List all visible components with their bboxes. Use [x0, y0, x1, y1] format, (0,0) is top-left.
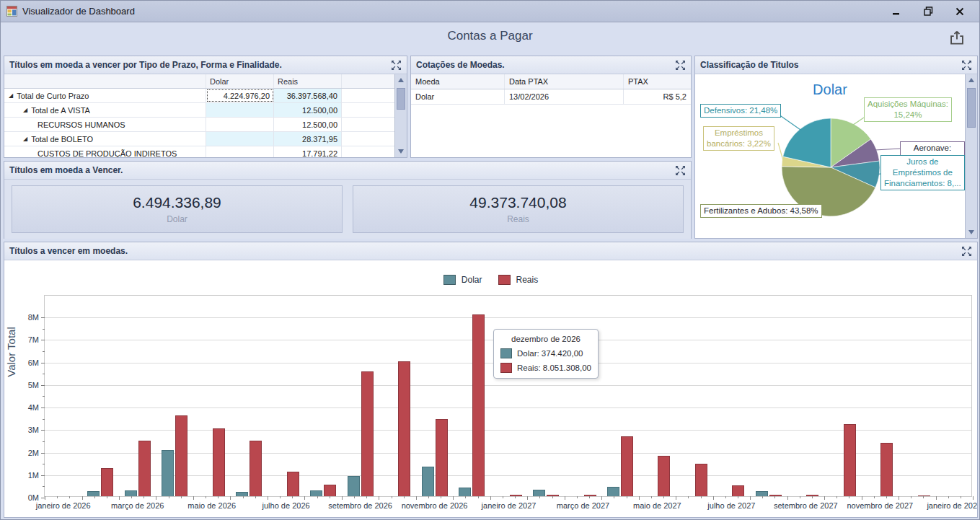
bar-reais-janeiro-de-2027[interactable] [510, 495, 522, 496]
bar-dolar-dezembro-de-2026[interactable] [459, 488, 471, 496]
column-header-ptax[interactable]: PTAX [624, 74, 691, 89]
maximize-icon[interactable] [675, 60, 686, 71]
bar-reais-agosto-de-2026[interactable] [324, 485, 336, 496]
y-axis-label: 5M [28, 381, 39, 389]
bar-reais-fevereiro-de-2027[interactable] [547, 495, 559, 496]
bar-reais-outubro-de-2027[interactable] [844, 424, 856, 496]
tree-column-header[interactable] [4, 74, 206, 88]
tree-table: Dolar Reais ◢Total de Curto Prazo4.224.9… [4, 74, 394, 157]
column-header-data-ptax[interactable]: Data PTAX [505, 74, 624, 89]
bar-reais-julho-de-2027[interactable] [732, 485, 744, 496]
bar-reais-agosto-de-2027[interactable] [769, 495, 782, 496]
scrollbar-thumb[interactable] [397, 88, 405, 110]
bar-reais-abril-de-2027[interactable] [621, 436, 633, 496]
cell-dolar[interactable] [206, 132, 274, 146]
bar-reais-dezembro-de-2026[interactable] [472, 314, 485, 496]
tree-table-scrollbar[interactable] [394, 74, 407, 157]
x-axis-tick [961, 496, 961, 498]
bar-reais-março-de-2026[interactable] [138, 441, 151, 496]
bar-dolar-junho-de-2026[interactable] [236, 492, 248, 496]
bar-dolar-fevereiro-de-2026[interactable] [87, 491, 100, 496]
x-axis-tick [899, 496, 899, 500]
x-axis-tick [577, 496, 578, 498]
tooltip-title: dezembro de 2026 [500, 335, 591, 343]
bar-reais-abril-de-2026[interactable] [175, 415, 187, 496]
bar-reais-maio-de-2026[interactable] [213, 428, 225, 496]
x-axis-tick [230, 496, 231, 500]
bar-reais-novembro-de-2027[interactable] [880, 443, 893, 496]
x-axis-label: março de 2026 [111, 501, 164, 510]
column-header-reais[interactable]: Reais [274, 74, 342, 88]
close-button[interactable] [953, 5, 966, 18]
bar-reais-março-de-2027[interactable] [584, 495, 596, 496]
scroll-up-icon[interactable] [395, 74, 407, 86]
cell-dolar[interactable] [206, 103, 274, 117]
bar-dolar-setembro-de-2026[interactable] [348, 476, 360, 496]
bar-reais-maio-de-2027[interactable] [658, 456, 670, 496]
expander-icon[interactable]: ◢ [23, 107, 27, 113]
scroll-up-icon[interactable] [966, 74, 977, 86]
maximize-icon[interactable] [391, 60, 402, 71]
bar-chart-plot-area[interactable]: 0M1M2M3M4M5M6M7M8Mjaneiro de 2026março d… [44, 295, 972, 497]
bar-dolar-agosto-de-2026[interactable] [310, 490, 322, 496]
bar-reais-setembro-de-2026[interactable] [361, 371, 374, 496]
scroll-down-icon[interactable] [395, 146, 407, 157]
x-axis-label: janeiro de 2026 [36, 501, 91, 510]
bar-dolar-agosto-de-2027[interactable] [756, 491, 768, 496]
tree-table-row[interactable]: ◢Total de BOLETO28.371,95 [4, 132, 394, 146]
export-button[interactable] [949, 30, 966, 47]
maximize-icon[interactable] [961, 246, 972, 257]
cell-dolar[interactable] [206, 146, 274, 157]
tree-table-row[interactable]: RECURSOS HUMANOS12.500,00 [4, 118, 394, 132]
cell-reais[interactable]: 28.371,95 [274, 132, 342, 146]
bar-reais-outubro-de-2026[interactable] [398, 361, 410, 496]
x-axis-tick [218, 496, 218, 498]
bar-reais-julho-de-2026[interactable] [287, 472, 299, 496]
tree-table-row[interactable]: ◢Total de A VISTA12.500,00 [4, 103, 394, 118]
expander-icon[interactable]: ◢ [9, 92, 13, 99]
bar-dolar-abril-de-2027[interactable] [607, 487, 619, 496]
maximize-icon[interactable] [675, 165, 686, 176]
cell-dolar[interactable] [206, 118, 274, 131]
scrollbar-thumb[interactable] [967, 88, 976, 128]
y-axis-tick [41, 385, 45, 386]
column-header-moeda[interactable]: Moeda [411, 74, 505, 89]
cell-reais[interactable]: 12.500,00 [274, 118, 342, 131]
expander-icon[interactable]: ◢ [23, 136, 27, 142]
bar-reais-junho-de-2027[interactable] [695, 464, 707, 496]
legend-item-dolar[interactable]: Dolar [443, 275, 482, 285]
bar-dolar-abril-de-2026[interactable] [162, 450, 174, 496]
bar-reais-setembro-de-2027[interactable] [806, 495, 818, 496]
bar-reais-junho-de-2026[interactable] [250, 441, 262, 497]
x-axis-tick [490, 496, 491, 500]
x-axis-tick [725, 496, 726, 498]
cell-dolar[interactable]: 4.224.976,20 [206, 89, 274, 102]
cell-reais[interactable]: 36.397.568,40 [274, 89, 342, 102]
tree-table-row[interactable]: CUSTOS DE PRODUÇÃO INDIRETOS17.791,22 [4, 146, 394, 157]
bar-reais-novembro-de-2026[interactable] [436, 419, 448, 496]
legend-item-reais[interactable]: Reais [498, 275, 539, 285]
restore-button[interactable] [922, 5, 935, 18]
tree-cell-label: ◢Total de A VISTA [4, 103, 206, 117]
x-axis-tick [774, 496, 775, 498]
bar-dolar-novembro-de-2026[interactable] [422, 467, 434, 496]
cell-reais[interactable]: 12.500,00 [274, 103, 342, 117]
scroll-down-icon[interactable] [966, 226, 977, 238]
tree-table-row[interactable]: ◢Total de Curto Prazo4.224.976,2036.397.… [4, 89, 394, 103]
pie-callout-line [778, 143, 784, 162]
bar-dolar-fevereiro-de-2027[interactable] [533, 490, 545, 496]
kpi-body: 6.494.336,89 Dolar 49.373.740,08 Reais [4, 180, 691, 239]
column-header-dolar[interactable]: Dolar [206, 74, 274, 88]
pie-panel-scrollbar[interactable] [965, 74, 977, 238]
cell-reais[interactable]: 17.791,22 [274, 146, 342, 157]
bar-reais-fevereiro-de-2026[interactable] [101, 468, 113, 496]
bar-dolar-março-de-2026[interactable] [125, 490, 137, 496]
bar-reais-dezembro-de-2027[interactable] [918, 495, 930, 496]
maximize-icon[interactable] [961, 60, 972, 71]
quotes-data-row[interactable]: Dolar 13/02/2026 R$ 5,2 [411, 89, 691, 105]
minimize-button[interactable] [890, 5, 903, 18]
kpi-value: 6.494.336,89 [133, 194, 221, 211]
x-axis-label: setembro de 2026 [328, 501, 392, 510]
row-label: Total de BOLETO [31, 135, 93, 144]
kpi-value: 49.373.740,08 [469, 194, 566, 211]
